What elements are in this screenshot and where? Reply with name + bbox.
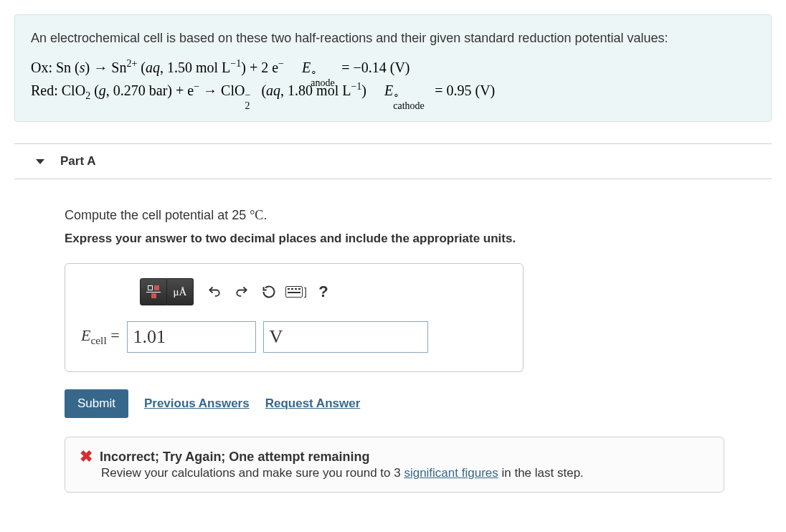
- feedback-box: ✖ Incorrect; Try Again; One attempt rema…: [65, 437, 724, 493]
- action-row: Submit Previous Answers Request Answer: [65, 389, 750, 418]
- clo2-pressure: 0.270: [113, 82, 146, 98]
- part-a-header[interactable]: Part A: [14, 143, 772, 179]
- units-tool-icon[interactable]: μÅ: [167, 278, 194, 305]
- prompt-1: Compute the cell potential at 25 °C.: [65, 208, 750, 223]
- feedback-body: Review your calculations and make sure y…: [101, 466, 709, 480]
- half-reactions: Ox: Sn (s) → Sn2+ (aq, 1.50 mol L−1) + 2…: [31, 56, 755, 104]
- feedback-title: Incorrect; Try Again; One attempt remain…: [100, 450, 369, 465]
- unit-input[interactable]: V: [263, 321, 428, 353]
- problem-statement: An electrochemical cell is based on thes…: [14, 14, 772, 122]
- caret-down-icon: [36, 159, 44, 164]
- sn-conc: 1.50: [167, 60, 192, 75]
- request-answer-link[interactable]: Request Answer: [265, 396, 361, 411]
- sig-fig-link[interactable]: significant figures: [404, 466, 498, 480]
- previous-answers-link[interactable]: Previous Answers: [144, 396, 250, 411]
- e-anode-sub: anode: [311, 75, 334, 91]
- reset-icon[interactable]: [255, 278, 283, 305]
- incorrect-icon: ✖: [80, 449, 93, 465]
- prompt-2: Express your answer to two decimal place…: [65, 232, 750, 246]
- e-anode-value: −0.14 (V): [353, 60, 409, 75]
- answer-lhs: Ecell =: [81, 326, 120, 347]
- part-title: Part A: [60, 154, 95, 168]
- answer-box: μÅ ] ? Ecell = 1.01 V: [65, 263, 524, 372]
- keyboard-icon[interactable]: ]: [283, 278, 310, 305]
- ox-label: Ox:: [31, 60, 52, 75]
- help-icon[interactable]: ?: [310, 278, 337, 305]
- problem-intro: An electrochemical cell is based on thes…: [31, 28, 755, 49]
- undo-icon[interactable]: [201, 278, 228, 305]
- redo-icon[interactable]: [228, 278, 255, 305]
- e-cathode-value: 0.95 (V): [447, 82, 496, 98]
- equation-toolbar: μÅ ] ?: [140, 278, 507, 305]
- submit-button[interactable]: Submit: [65, 389, 128, 418]
- fraction-tool-icon[interactable]: [140, 278, 167, 305]
- value-input[interactable]: 1.01: [127, 321, 256, 353]
- red-label: Red:: [31, 82, 58, 98]
- e-cathode-sub: cathode: [393, 98, 425, 114]
- clo2minus-conc: 1.80: [288, 82, 313, 98]
- answer-row: Ecell = 1.01 V: [81, 321, 507, 353]
